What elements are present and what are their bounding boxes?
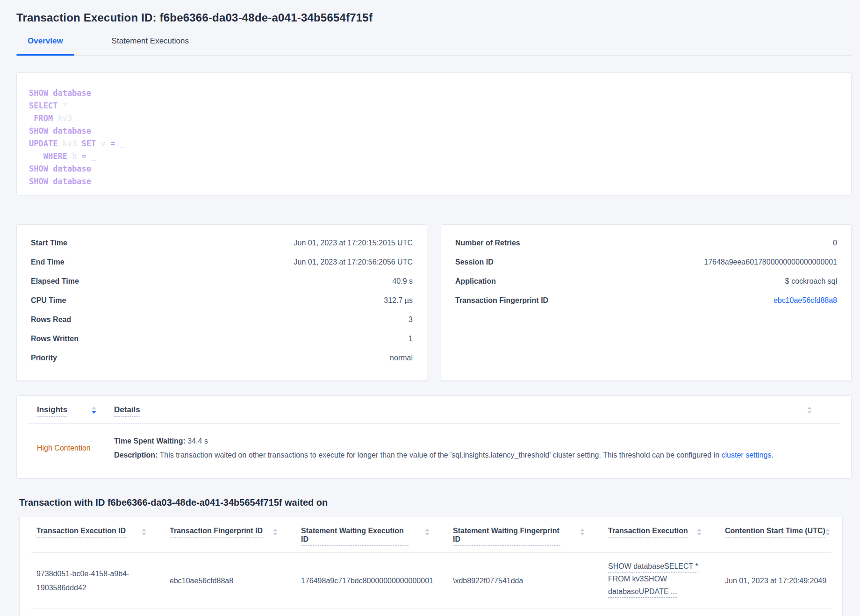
end-time-value: Jun 01, 2023 at 17:20:56:2056 UTC bbox=[294, 258, 413, 266]
priority-row: Priority normal bbox=[31, 354, 413, 365]
priority-value: normal bbox=[390, 354, 413, 362]
high-contention-badge: High Contention bbox=[37, 444, 91, 452]
tab-bar: Overview Statement Executions bbox=[16, 36, 852, 56]
insights-table-header: Insights Details bbox=[28, 396, 840, 424]
elapsed-time-value: 40.9 s bbox=[392, 277, 413, 286]
insight-details-cell: Time Spent Waiting: 34.4 s Description: … bbox=[114, 434, 840, 462]
rows-written-label: Rows Written bbox=[31, 335, 79, 343]
start-time-value: Jun 01, 2023 at 17:20:15:2015 UTC bbox=[294, 239, 413, 247]
insights-column-header[interactable]: Insights bbox=[28, 405, 114, 417]
tab-overview[interactable]: Overview bbox=[16, 36, 74, 55]
cluster-settings-link[interactable]: cluster settings bbox=[722, 451, 772, 459]
application-label: Application bbox=[455, 277, 496, 286]
sort-icon[interactable] bbox=[142, 529, 146, 536]
transaction-execution-id-cell: 9738d051-bc0e-4158-a9b4-1903586ddd42 bbox=[31, 567, 164, 595]
col-header-transaction-execution-id[interactable]: Transaction Execution ID bbox=[31, 527, 164, 537]
session-id-row: Session ID 17648a9eea6017800000000000000… bbox=[455, 258, 837, 269]
cpu-time-label: CPU Time bbox=[31, 296, 66, 305]
application-value: $ cockroach sql bbox=[785, 277, 837, 286]
transaction-fingerprint-id-cell: ebc10ae56cfd88a8 bbox=[164, 577, 295, 585]
table-row: 9738d051-bc0e-4158-a9b4-1903586ddd42 ebc… bbox=[31, 553, 831, 609]
sort-icon[interactable] bbox=[825, 529, 830, 536]
sql-statements: SHOW databaseSELECT * FROM kv3SHOW datab… bbox=[16, 72, 852, 195]
rows-read-label: Rows Read bbox=[31, 315, 71, 324]
transaction-execution-link[interactable]: SHOW databaseSELECT * bbox=[608, 562, 698, 573]
rows-written-value: 1 bbox=[408, 335, 413, 343]
insights-table: Insights Details High Contention Time Sp… bbox=[16, 395, 852, 479]
contention-start-time-cell: Jun 01, 2023 at 17:20:49:2049 bbox=[719, 577, 831, 585]
priority-label: Priority bbox=[31, 354, 57, 362]
retries-value: 0 bbox=[833, 239, 837, 247]
cpu-time-row: CPU Time 312.7 µs bbox=[31, 296, 413, 308]
elapsed-time-label: Elapsed Time bbox=[31, 277, 79, 286]
statement-waiting-fingerprint-id-cell: \xdb8922f077541dda bbox=[447, 577, 602, 585]
retries-label: Number of Retries bbox=[455, 239, 520, 247]
sort-icon[interactable] bbox=[92, 407, 96, 418]
sort-icon[interactable] bbox=[425, 529, 430, 536]
sort-icon[interactable] bbox=[697, 529, 702, 536]
end-time-row: End Time Jun 01, 2023 at 17:20:56:2056 U… bbox=[31, 258, 413, 269]
transaction-execution-link[interactable]: databaseUPDATE ... bbox=[608, 587, 677, 598]
sort-icon[interactable] bbox=[273, 529, 278, 536]
page-title: Transaction Execution ID: f6be6366-da03-… bbox=[16, 11, 852, 24]
sort-icon[interactable] bbox=[807, 407, 812, 418]
waited-on-table-header: Transaction Execution ID Transaction Fin… bbox=[31, 516, 831, 553]
session-summary-card: Number of Retries 0 Session ID 17648a9ee… bbox=[441, 224, 852, 381]
txn-fingerprint-link[interactable]: ebc10ae56cfd88a8 bbox=[774, 296, 837, 305]
insight-row: High Contention Time Spent Waiting: 34.4… bbox=[28, 424, 840, 478]
rows-read-value: 3 bbox=[408, 315, 413, 324]
summary-cards: Start Time Jun 01, 2023 at 17:20:15:2015… bbox=[16, 224, 852, 381]
details-column-header[interactable]: Details bbox=[114, 405, 840, 417]
application-row: Application $ cockroach sql bbox=[455, 277, 837, 288]
insight-type-cell: High Contention bbox=[28, 444, 114, 452]
transaction-details-page: Transaction Execution ID: f6be6366-da03-… bbox=[0, 0, 860, 616]
rows-written-row: Rows Written 1 bbox=[31, 335, 413, 346]
tab-statement-executions[interactable]: Statement Executions bbox=[100, 36, 200, 55]
transaction-execution-link[interactable]: FROM kv3SHOW bbox=[608, 574, 667, 585]
waited-on-table: Transaction Execution ID Transaction Fin… bbox=[19, 516, 843, 616]
insight-description-line: Description: This transaction waited on … bbox=[114, 448, 840, 462]
session-id-label: Session ID bbox=[455, 258, 494, 266]
waited-on-section-title: Transaction with ID f6be6366-da03-48de-a… bbox=[19, 497, 852, 508]
start-time-label: Start Time bbox=[31, 239, 67, 247]
end-time-label: End Time bbox=[31, 258, 64, 266]
txn-fingerprint-label: Transaction Fingerprint ID bbox=[455, 296, 548, 305]
insights-column-label[interactable]: Insights bbox=[37, 405, 67, 417]
start-time-row: Start Time Jun 01, 2023 at 17:20:15:2015… bbox=[31, 239, 413, 250]
time-spent-waiting-line: Time Spent Waiting: 34.4 s bbox=[114, 434, 840, 448]
retries-row: Number of Retries 0 bbox=[455, 239, 837, 250]
col-header-statement-waiting-fingerprint-id[interactable]: Statement Waiting Fingerprint ID bbox=[447, 527, 602, 546]
cpu-time-value: 312.7 µs bbox=[384, 296, 413, 305]
elapsed-time-row: Elapsed Time 40.9 s bbox=[31, 277, 413, 288]
timing-summary-card: Start Time Jun 01, 2023 at 17:20:15:2015… bbox=[16, 224, 427, 381]
session-id-value: 17648a9eea6017800000000000000001 bbox=[704, 258, 837, 266]
transaction-execution-cell: SHOW databaseSELECT * FROM kv3SHOW datab… bbox=[602, 562, 719, 600]
col-header-transaction-execution[interactable]: Transaction Execution bbox=[602, 527, 719, 537]
rows-read-row: Rows Read 3 bbox=[31, 315, 413, 327]
txn-fingerprint-row: Transaction Fingerprint ID ebc10ae56cfd8… bbox=[455, 296, 837, 308]
statement-waiting-execution-id-cell: 176498a9c717bdc80000000000000001 bbox=[295, 577, 447, 585]
col-header-transaction-fingerprint-id[interactable]: Transaction Fingerprint ID bbox=[164, 527, 295, 537]
col-header-contention-start-time[interactable]: Contention Start Time (UTC) bbox=[719, 527, 831, 537]
details-column-label[interactable]: Details bbox=[114, 405, 140, 417]
sort-icon[interactable] bbox=[580, 529, 585, 536]
col-header-statement-waiting-execution-id[interactable]: Statement Waiting Execution ID bbox=[295, 527, 447, 546]
